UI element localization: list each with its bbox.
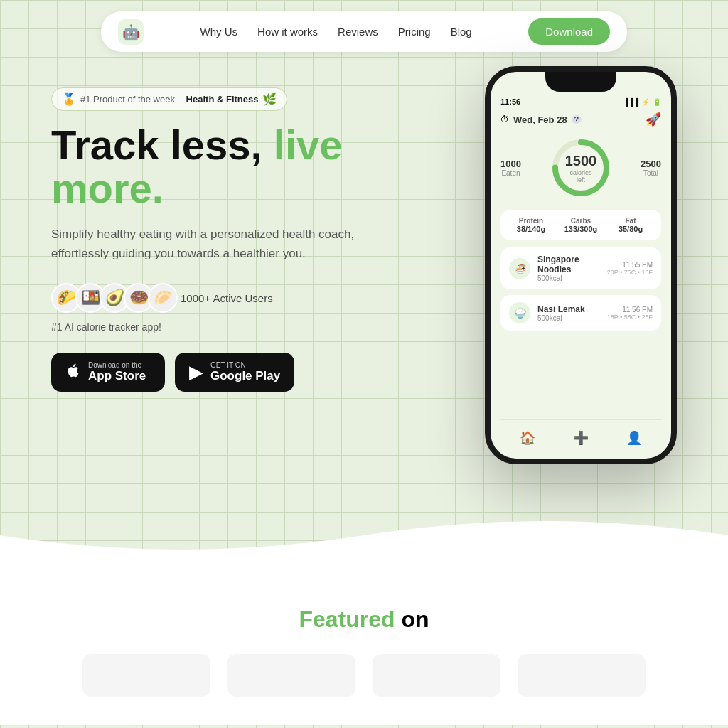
eaten-value: 1000	[500, 159, 521, 169]
featured-logo-4	[518, 654, 646, 697]
google-play-sub: GET IT ON	[210, 361, 280, 369]
featured-title-part2: on	[401, 606, 429, 632]
eaten-label: 1000 Eaten	[500, 159, 521, 177]
badge-category: Health & Fitness	[186, 94, 259, 105]
carbs-value: 133/300g	[556, 225, 606, 233]
phone-status-icons: ▐▐▐ ⚡ 🔋	[623, 98, 661, 106]
battery-icon: 🔋	[653, 98, 661, 106]
home-nav-icon[interactable]: 🏠	[517, 427, 538, 449]
featured-logo-2	[228, 654, 355, 697]
food-info-1: Singapore Noodles 500kcal	[537, 255, 600, 282]
food-meta-1: 11:55 PM 20P • 75C • 10F	[607, 261, 653, 276]
food-time-2: 11:56 PM	[607, 306, 653, 314]
info-icon: ?	[572, 115, 582, 124]
wifi-icon: ⚡	[641, 98, 650, 106]
hero-title: Track less, live more.	[51, 124, 392, 210]
product-badge: 🏅 #1 Product of the week Health & Fitnes…	[51, 87, 287, 111]
food-meta-2: 11:56 PM 18P • 58C • 25F	[607, 306, 653, 321]
macros-row: Protein 38/140g Carbs 133/300g Fat 35/80…	[500, 210, 661, 240]
nav-download-button[interactable]: Download	[528, 18, 610, 45]
wave-svg	[0, 507, 728, 564]
navbar: 🤖 Why Us How it works Reviews Pricing Bl…	[101, 11, 627, 52]
ring-center: 1500 calories left	[565, 153, 597, 183]
nav-how-it-works[interactable]: How it works	[257, 26, 318, 38]
signal-icon: ▐▐▐	[623, 98, 638, 106]
app-tagline: #1 AI calorie tracker app!	[51, 321, 392, 333]
laurel-right-icon: 🌿	[262, 92, 277, 106]
nav-links: Why Us How it works Reviews Pricing Blog	[200, 26, 472, 38]
hero-subtitle: Simplify healthy eating with a personali…	[51, 225, 392, 263]
calorie-ring: 1500 calories left	[549, 136, 613, 200]
add-nav-icon[interactable]: ➕	[570, 427, 592, 449]
store-buttons: Download on the App Store ▶ GET IT ON Go…	[51, 353, 392, 392]
food-macros-1: 20P • 75C • 10F	[607, 269, 653, 276]
app-store-text: Download on the App Store	[88, 361, 146, 383]
food-info-2: Nasi Lemak 500kcal	[537, 304, 600, 322]
app-store-sub: Download on the	[88, 361, 146, 369]
google-play-icon: ▶	[189, 361, 203, 383]
google-play-button[interactable]: ▶ GET IT ON Google Play	[175, 353, 294, 392]
food-item-2[interactable]: 🍚 Nasi Lemak 500kcal 11:56 PM 18P • 58C …	[500, 295, 661, 331]
calorie-section: 1000 Eaten 1500 calories left 2500 Tot	[500, 136, 661, 200]
hero-left: 🏅 #1 Product of the week Health & Fitnes…	[51, 73, 392, 392]
google-play-text: GET IT ON Google Play	[210, 361, 280, 383]
total-text: Total	[641, 169, 661, 177]
laurel-left-icon: 🏅	[62, 92, 76, 106]
app-store-main: App Store	[88, 369, 146, 383]
featured-title: Featured on	[28, 606, 700, 633]
phone-status-bar: 11:56 ▐▐▐ ⚡ 🔋	[500, 97, 661, 106]
google-play-main: Google Play	[210, 369, 280, 383]
food-time-1: 11:55 PM	[607, 261, 653, 269]
fat-value: 35/80g	[606, 225, 655, 233]
logo-icon: 🤖	[122, 23, 140, 41]
app-store-button[interactable]: Download on the App Store	[51, 353, 165, 392]
phone-screen: 11:56 ▐▐▐ ⚡ 🔋 ⏱ Wed, Feb 28 ? 🚀 1000	[491, 72, 671, 459]
phone-bottom-nav: 🏠 ➕ 👤	[500, 419, 661, 449]
calories-left-label: calories left	[565, 169, 597, 183]
nav-blog[interactable]: Blog	[451, 26, 472, 38]
wave-divider	[0, 507, 728, 564]
avatar-5: 🥟	[148, 283, 178, 313]
fat-macro: Fat 35/80g	[606, 217, 655, 233]
featured-logo-1	[82, 654, 210, 697]
protein-label: Protein	[506, 217, 556, 225]
avatar-stack: 🌮 🍱 🥑 🍩 🥟	[51, 283, 172, 313]
food-icon-2: 🍚	[509, 302, 530, 323]
featured-logos	[28, 654, 700, 697]
phone-date-row: ⏱ Wed, Feb 28 ? 🚀	[500, 112, 661, 127]
hero-section: 🏅 #1 Product of the week Health & Fitnes…	[23, 73, 705, 464]
carbs-macro: Carbs 133/300g	[556, 217, 606, 233]
protein-macro: Protein 38/140g	[506, 217, 556, 233]
nav-reviews[interactable]: Reviews	[338, 26, 378, 38]
profile-nav-icon[interactable]: 👤	[623, 427, 645, 449]
phone-mockup: 11:56 ▐▐▐ ⚡ 🔋 ⏱ Wed, Feb 28 ? 🚀 1000	[485, 66, 677, 464]
nav-why-us[interactable]: Why Us	[200, 26, 238, 38]
logo: 🤖	[118, 19, 144, 45]
featured-title-part1: Featured	[299, 606, 395, 632]
carbs-label: Carbs	[556, 217, 606, 225]
protein-value: 38/140g	[506, 225, 556, 233]
active-users-row: 🌮 🍱 🥑 🍩 🥟 1000+ Active Users	[51, 283, 392, 313]
hero-title-part1: Track less,	[51, 122, 262, 168]
phone-date: Wed, Feb 28	[513, 114, 567, 125]
eaten-text: Eaten	[500, 169, 521, 177]
food-item-1[interactable]: 🍜 Singapore Noodles 500kcal 11:55 PM 20P…	[500, 247, 661, 289]
featured-logo-3	[373, 654, 500, 697]
active-users-count: 1000+ Active Users	[181, 292, 273, 304]
total-value: 2500	[641, 159, 661, 169]
apple-icon	[65, 361, 81, 383]
phone-time: 11:56	[500, 97, 520, 106]
food-cal-1: 500kcal	[537, 274, 600, 282]
clock-icon: ⏱	[500, 114, 509, 124]
food-name-1: Singapore Noodles	[537, 255, 600, 274]
total-label: 2500 Total	[641, 159, 661, 177]
fat-label: Fat	[606, 217, 655, 225]
food-macros-2: 18P • 58C • 25F	[607, 314, 653, 321]
food-icon-1: 🍜	[509, 258, 530, 279]
featured-section: Featured on	[0, 564, 728, 725]
food-cal-2: 500kcal	[537, 314, 600, 322]
rocket-icon: 🚀	[646, 112, 661, 127]
phone-notch	[545, 72, 616, 92]
nav-pricing[interactable]: Pricing	[398, 26, 431, 38]
badge-rank: #1 Product of the week	[80, 94, 175, 105]
